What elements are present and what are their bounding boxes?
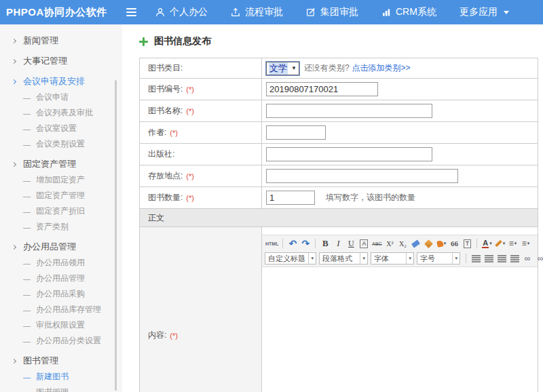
insert-link-button[interactable]: ∞ xyxy=(521,252,533,264)
sidebar-item-supplies-claim[interactable]: 办公用品领用 xyxy=(0,255,122,271)
editor-content-area[interactable] xyxy=(262,267,538,392)
nav-more-apps[interactable]: 更多应用 xyxy=(460,6,509,18)
sidebar-group-events[interactable]: 大事记管理 xyxy=(0,53,122,69)
dropdown-arrow-icon: ▾ xyxy=(360,253,367,264)
align-right-button[interactable] xyxy=(495,252,508,264)
content-label: 内容: (*) xyxy=(140,227,262,392)
chevron-right-icon xyxy=(12,244,16,249)
sidebar-item-new-book[interactable]: 新建图书 xyxy=(0,369,122,385)
sidebar-item-meeting-room[interactable]: 会议室设置 xyxy=(0,121,122,136)
unlink-button[interactable]: ∞ xyxy=(534,252,543,264)
redo-icon[interactable]: ↷ xyxy=(299,237,312,250)
dropdown-arrow-icon: ▾ xyxy=(406,253,413,264)
sidebar-group-news[interactable]: 新闻管理 xyxy=(0,33,122,49)
sidebar-group-fixed-assets[interactable]: 固定资产管理 xyxy=(0,156,122,172)
sidebar-item-label: 办公用品库存管理 xyxy=(36,304,101,315)
html-source-button[interactable]: HTML xyxy=(265,237,279,250)
sidebar-item-supplies-manage[interactable]: 办公用品管理 xyxy=(0,271,122,286)
sidebar-item-label: 办公用品管理 xyxy=(36,273,85,284)
nav-workflow-approval[interactable]: 流程审批 xyxy=(231,6,283,18)
sidebar-group-office-supplies[interactable]: 办公用品管理 xyxy=(0,239,122,255)
chevron-right-icon xyxy=(12,38,16,43)
nav-crm-system[interactable]: CRM系统 xyxy=(381,6,436,18)
bold-button[interactable]: B xyxy=(319,237,331,250)
font-family-select[interactable]: 字体▾ xyxy=(371,252,414,264)
undo-icon[interactable]: ↶ xyxy=(286,237,299,250)
clean-format-button[interactable] xyxy=(422,237,434,250)
unordered-list-icon: ≡ xyxy=(522,239,527,248)
sidebar-item-meeting-type[interactable]: 会议类别设置 xyxy=(0,136,122,152)
required-mark: (*) xyxy=(186,107,194,115)
font-size-select[interactable]: 字号▾ xyxy=(417,252,460,264)
form-row-code: 图书编号: (*) xyxy=(140,79,538,100)
quantity-input[interactable] xyxy=(266,191,315,205)
underline-button[interactable]: U xyxy=(345,237,357,250)
sidebar-item-label: 会议列表及审批 xyxy=(36,107,93,119)
heading-style-select[interactable]: 自定义标题▾ xyxy=(265,252,316,264)
format-brush-button[interactable]: ▾ xyxy=(435,237,447,250)
menu-toggle-button[interactable] xyxy=(124,5,139,19)
nav-label: 集团审批 xyxy=(320,6,358,18)
eraser-icon xyxy=(411,239,420,248)
form-row-category: 图书类目: 文学 ▼ 还没有类别? 点击添加类别>> xyxy=(140,58,538,79)
required-mark: (*) xyxy=(186,172,194,180)
publisher-input[interactable] xyxy=(266,147,432,161)
sidebar-group-label: 会议申请及安排 xyxy=(23,75,85,87)
chevron-right-icon xyxy=(12,58,16,63)
sidebar-group-books[interactable]: 图书管理 xyxy=(0,353,122,369)
unordered-list-button[interactable]: ≡▾ xyxy=(519,237,531,250)
sidebar-item-meeting-apply[interactable]: 会议申请 xyxy=(0,90,122,105)
toolbar-row-1: HTML ↶ ↷ B I U A ABC X² X₂ xyxy=(265,236,535,251)
superscript-button[interactable]: X² xyxy=(383,237,396,250)
quantity-hint: 填写数字，该图书的数量 xyxy=(326,192,415,203)
align-justify-button[interactable] xyxy=(508,252,521,264)
location-input[interactable] xyxy=(266,169,458,183)
sidebar-item-label: 固定资产管理 xyxy=(36,190,85,201)
ordered-list-button[interactable]: ≡▾ xyxy=(506,237,519,250)
book-name-input[interactable] xyxy=(266,104,432,118)
paste-plain-text-button[interactable]: T xyxy=(464,239,472,248)
align-left-button[interactable] xyxy=(470,252,482,264)
page-title-row: 图书信息发布 xyxy=(139,35,211,47)
paragraph-format-select[interactable]: 段落格式▾ xyxy=(319,252,368,264)
sidebar-item-book-manage[interactable]: 图书管理 xyxy=(0,385,122,392)
sidebar-item-asset-category[interactable]: 资产类别 xyxy=(0,219,122,235)
form-row-content: 内容: (*) HTML ↶ ↷ B I U xyxy=(140,227,538,392)
sidebar-item-add-asset[interactable]: 增加固定资产 xyxy=(0,172,122,188)
required-mark: (*) xyxy=(170,129,178,137)
add-category-link[interactable]: 点击添加类别>> xyxy=(352,62,411,74)
align-center-button[interactable] xyxy=(483,252,495,264)
format-brush-icon xyxy=(436,240,444,248)
highlight-color-button[interactable]: ▾ xyxy=(493,237,506,250)
hamburger-icon xyxy=(126,8,136,9)
dropdown-arrow-icon: ▾ xyxy=(452,253,460,264)
sidebar-item-meeting-list[interactable]: 会议列表及审批 xyxy=(0,105,122,121)
book-code-input[interactable] xyxy=(266,82,378,96)
person-icon xyxy=(155,7,165,17)
category-select[interactable]: 文学 ▼ xyxy=(266,62,299,75)
sidebar-item-supplies-stock[interactable]: 办公用品库存管理 xyxy=(0,302,122,317)
strikethrough-button[interactable]: ABC xyxy=(371,237,383,250)
add-icon xyxy=(139,37,148,46)
italic-button[interactable]: I xyxy=(332,237,344,250)
sidebar-item-asset-manage[interactable]: 固定资产管理 xyxy=(0,188,122,203)
sidebar-item-label: 办公用品领用 xyxy=(36,257,85,269)
body-section-header: 正文 xyxy=(140,209,538,227)
nav-personal-office[interactable]: 个人办公 xyxy=(155,6,208,18)
sidebar-group-meeting[interactable]: 会议申请及安排 xyxy=(0,73,122,90)
sidebar-item-approval-permission[interactable]: 审批权限设置 xyxy=(0,317,122,333)
sidebar-scrollbar[interactable] xyxy=(115,80,117,391)
dropdown-arrow-icon: ▾ xyxy=(503,241,506,246)
nav-group-approval[interactable]: 集团审批 xyxy=(306,6,358,18)
sidebar-item-asset-depreciation[interactable]: 固定资产折旧 xyxy=(0,203,122,219)
subscript-button[interactable]: X₂ xyxy=(396,237,409,250)
eraser-button[interactable] xyxy=(409,237,422,250)
font-color-button[interactable]: A▾ xyxy=(481,237,493,250)
blockquote-button[interactable]: 66 xyxy=(448,237,460,250)
author-input[interactable] xyxy=(266,125,326,140)
sidebar-item-label: 图书管理 xyxy=(36,387,69,392)
sidebar-item-supplies-purchase[interactable]: 办公用品采购 xyxy=(0,286,122,302)
font-border-button[interactable]: A xyxy=(360,239,368,248)
category-selected-value: 文学 xyxy=(269,62,288,75)
sidebar-item-supplies-category[interactable]: 办公用品分类设置 xyxy=(0,333,122,349)
